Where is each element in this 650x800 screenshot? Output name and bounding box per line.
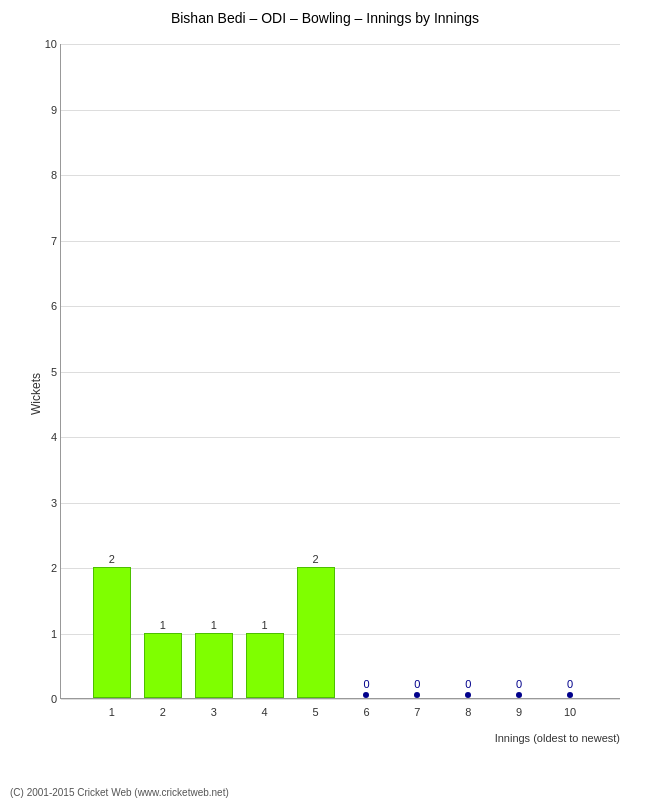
- x-tick-label: 9: [516, 706, 522, 718]
- zero-dot: [516, 692, 522, 698]
- y-tick-label: 9: [51, 104, 57, 116]
- grid-line: [61, 175, 620, 176]
- zero-dot: [567, 692, 573, 698]
- y-tick-label: 5: [51, 366, 57, 378]
- y-tick-label: 8: [51, 169, 57, 181]
- grid-line: [61, 110, 620, 111]
- zero-label: 0: [465, 678, 471, 690]
- grid-line: [61, 241, 620, 242]
- chart-title: Bishan Bedi – ODI – Bowling – Innings by…: [10, 10, 640, 26]
- chart-container: Bishan Bedi – ODI – Bowling – Innings by…: [0, 0, 650, 800]
- y-tick-label: 7: [51, 235, 57, 247]
- x-tick-label: 10: [564, 706, 576, 718]
- grid-line: [61, 437, 620, 438]
- y-tick-label: 3: [51, 497, 57, 509]
- bar-label: 1: [211, 619, 217, 631]
- x-tick-label: 4: [262, 706, 268, 718]
- y-axis-label: Wickets: [29, 373, 43, 415]
- zero-label: 0: [363, 678, 369, 690]
- bar: [246, 633, 284, 699]
- x-tick-label: 8: [465, 706, 471, 718]
- y-tick-label: 4: [51, 431, 57, 443]
- y-tick-label: 10: [45, 38, 57, 50]
- bar-label: 2: [109, 553, 115, 565]
- copyright: (C) 2001-2015 Cricket Web (www.cricketwe…: [10, 787, 229, 798]
- bar: [144, 633, 182, 699]
- zero-label: 0: [414, 678, 420, 690]
- x-tick-label: 6: [363, 706, 369, 718]
- bar-label: 1: [160, 619, 166, 631]
- bar-label: 2: [312, 553, 318, 565]
- x-axis-label: Innings (oldest to newest): [495, 732, 620, 744]
- x-tick-label: 2: [160, 706, 166, 718]
- grid-line: [61, 306, 620, 307]
- bar: [195, 633, 233, 699]
- bar-label: 1: [262, 619, 268, 631]
- x-tick-label: 3: [211, 706, 217, 718]
- zero-label: 0: [567, 678, 573, 690]
- bar: [297, 567, 335, 698]
- x-tick-label: 7: [414, 706, 420, 718]
- zero-dot: [363, 692, 369, 698]
- grid-line: [61, 372, 620, 373]
- zero-label: 0: [516, 678, 522, 690]
- bar: [93, 567, 131, 698]
- grid-line: [61, 699, 620, 700]
- grid-line: [61, 503, 620, 504]
- x-tick-label: 5: [312, 706, 318, 718]
- y-tick-label: 0: [51, 693, 57, 705]
- grid-line: [61, 568, 620, 569]
- zero-dot: [465, 692, 471, 698]
- x-tick-label: 1: [109, 706, 115, 718]
- y-tick-label: 2: [51, 562, 57, 574]
- y-tick-label: 6: [51, 300, 57, 312]
- grid-line: [61, 44, 620, 45]
- zero-dot: [414, 692, 420, 698]
- y-tick-label: 1: [51, 628, 57, 640]
